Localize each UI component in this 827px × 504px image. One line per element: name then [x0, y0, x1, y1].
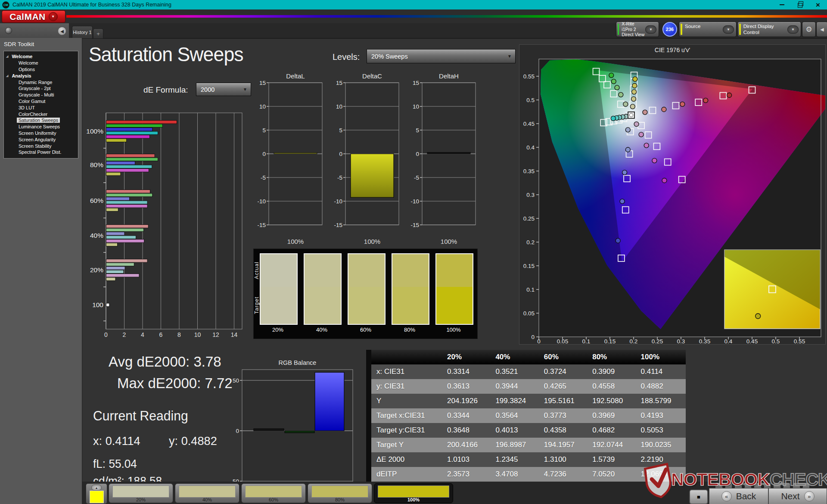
window-titlebar: CM CalMAN 2019 CalMAN Ultimate for Busin…	[0, 0, 827, 9]
table-cell: 7.0520	[589, 470, 637, 479]
swatch-60%	[348, 253, 386, 325]
levels-label: Levels:	[333, 52, 360, 62]
sidebar-item-grayscale-multi[interactable]: Grayscale - Multi	[4, 92, 78, 98]
table-row: ΔE 20001.01031.23451.31001.57392.2190	[371, 452, 686, 467]
svg-text:0.05: 0.05	[523, 310, 535, 317]
display-control-status-strip	[739, 24, 741, 35]
sidebar-item-saturation-sweeps[interactable]: Saturation Sweeps	[4, 117, 78, 124]
source-selector[interactable]: Source ▼	[679, 22, 737, 37]
calman-window: CM CalMAN 2019 CalMAN Ultimate for Busin…	[0, 0, 827, 504]
svg-text:0.4: 0.4	[526, 144, 535, 151]
minimize-button[interactable]	[773, 0, 791, 9]
svg-text:0.3: 0.3	[677, 338, 685, 344]
next-button[interactable]: Next »	[768, 488, 827, 504]
chevrons-right-icon: »	[804, 491, 815, 501]
status-dot-icon	[5, 27, 12, 34]
row-label: Y	[371, 397, 444, 405]
sidebar-item-screen-stability[interactable]: Screen Stability	[4, 143, 78, 149]
saturation-button-label: 20%	[109, 497, 173, 502]
svg-text:40%: 40%	[90, 232, 103, 239]
delta-l-chart: DeltaL151050-5-10-15100%	[253, 72, 326, 248]
table-header-row: 20%40%60%80%100%	[371, 350, 686, 364]
sidebar-item-color-gamut[interactable]: Color Gamut	[4, 98, 78, 105]
svg-text:0: 0	[537, 338, 541, 344]
deltae-2000-chart: 02468101214100%80%60%40%20%100	[84, 107, 265, 342]
table-cell: 0.3648	[444, 426, 492, 435]
sidebar-item-colorchecker[interactable]: ColorChecker	[4, 111, 78, 117]
saturation-button-40%[interactable]: 40%	[175, 483, 239, 503]
current-fl-value: fL: 55.04	[93, 457, 137, 471]
svg-text:100%: 100%	[364, 238, 380, 245]
transport-icon	[761, 485, 764, 488]
sidebar-item-analysis[interactable]: ◢Analysis	[4, 72, 78, 79]
close-button[interactable]: ×	[809, 0, 827, 9]
saturation-button-label: 80%	[308, 497, 372, 502]
stop-button[interactable]: ■	[689, 489, 708, 504]
current-patch-color	[90, 491, 104, 503]
svg-text:0: 0	[339, 151, 342, 157]
table-cell: 0.4358	[541, 426, 589, 435]
svg-text:0.25: 0.25	[652, 338, 663, 344]
svg-text:14: 14	[231, 331, 238, 338]
levels-dropdown[interactable]: 20% Sweeps ▼	[367, 49, 516, 63]
svg-text:-10: -10	[334, 198, 342, 205]
calman-logo-menu[interactable]: CalMAN ▼	[2, 10, 65, 23]
saturation-button-60%[interactable]: 60%	[241, 483, 306, 503]
sidebar-item-dynamic-range[interactable]: Dynamic Range	[4, 79, 78, 85]
svg-text:10: 10	[336, 103, 342, 110]
swatch-target	[436, 287, 473, 324]
saturation-button-20%[interactable]: 20%	[109, 483, 173, 503]
stop-icon: ■	[697, 494, 700, 500]
swatch-target	[392, 287, 429, 324]
table-column-header: 60%	[541, 353, 589, 361]
sidebar-item-label: Welcome	[10, 54, 34, 59]
sidebar-item-label: Grayscale - 2pt	[17, 86, 53, 91]
swatch-label: 40%	[304, 327, 340, 333]
settings-button[interactable]: ⚙	[802, 22, 816, 37]
cie-chart-title: CIE 1976 u'v'	[519, 47, 825, 53]
close-icon: ×	[816, 1, 820, 9]
sidebar-item-luminance-sweeps[interactable]: Luminance Sweeps	[4, 124, 78, 130]
transport-icon	[800, 485, 803, 488]
tab-history-1[interactable]: History 1	[72, 26, 93, 38]
expand-up-button[interactable]: ▲	[91, 485, 102, 491]
add-tab-button[interactable]: +	[93, 28, 103, 38]
svg-text:-10: -10	[410, 198, 419, 205]
saturation-button-100%[interactable]: 100%	[374, 483, 453, 503]
maximize-button[interactable]	[791, 0, 809, 9]
table-cell: 0.3564	[492, 411, 540, 420]
sidebar-item-welcome[interactable]: ◢Welcome	[4, 53, 78, 60]
table-cell: 192.5080	[589, 397, 637, 405]
sidebar-item-screen-uniformity[interactable]: Screen Uniformity	[4, 130, 78, 137]
saturation-button-chip	[311, 485, 368, 498]
tree-expand-icon: ◢	[6, 55, 8, 58]
sidebar-item-welcome[interactable]: Welcome	[4, 60, 78, 66]
svg-text:80%: 80%	[90, 161, 103, 168]
minimize-icon	[780, 4, 784, 5]
sidebar-collapse-button[interactable]: ◀	[58, 27, 66, 35]
back-button[interactable]: « Back	[709, 488, 768, 504]
row-label: Target y:CIE31	[371, 426, 444, 435]
sidebar-item-grayscale-2pt[interactable]: Grayscale - 2pt	[4, 85, 78, 92]
svg-text:100%: 100%	[287, 238, 304, 245]
de-formula-dropdown[interactable]: 2000 ▼	[196, 83, 251, 96]
svg-text:4: 4	[141, 331, 144, 338]
de-formula-label: dE Formula:	[143, 85, 188, 95]
workflow-title: SDR Toolkit	[4, 41, 34, 47]
sidebar-item-options[interactable]: Options	[4, 66, 78, 73]
sidebar-item-spectral-power-dist-[interactable]: Spectral Power Dist.	[4, 149, 78, 156]
cie-1976-panel: CIE 1976 u'v' 00.050.10.150.20.250.30.35…	[519, 44, 826, 345]
sidebar-item-screen-angularity[interactable]: Screen Angularity	[4, 136, 78, 143]
table-cell: 194.1957	[541, 441, 589, 449]
table-cell: 200.4166	[444, 441, 492, 449]
saturation-button-80%[interactable]: 80%	[308, 483, 372, 503]
svg-text:0.35: 0.35	[699, 338, 710, 344]
sidebar-item-3d-lut[interactable]: 3D LUT	[4, 104, 78, 111]
saturation-button-chip	[112, 485, 169, 498]
display-control-selector[interactable]: Direct Display Control ▼	[737, 22, 801, 37]
panel-collapse-button[interactable]: ◀	[816, 22, 827, 37]
swatch-actual	[436, 254, 473, 287]
measurement-count-badge[interactable]: 236	[662, 22, 677, 37]
arrow-up-icon: ▲	[95, 486, 98, 489]
meter-selector[interactable]: X-Rite i1Pro 2 Direct View ▼	[616, 22, 659, 37]
